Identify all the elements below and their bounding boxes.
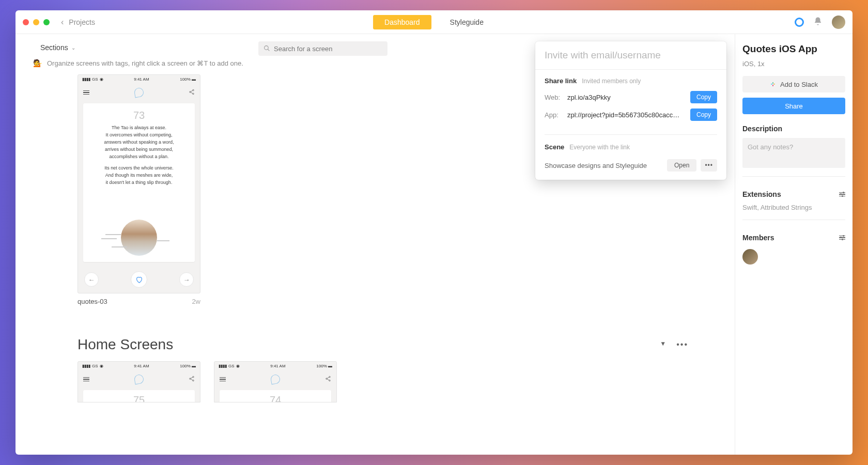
slack-icon (770, 81, 776, 87)
sections-dropdown-label: Sections (40, 43, 68, 52)
notifications-icon[interactable] (813, 17, 823, 28)
svg-point-2 (193, 89, 194, 91)
svg-point-7 (193, 376, 194, 378)
scene-label: Scene (545, 143, 564, 151)
close-window-button[interactable] (23, 19, 29, 25)
app-link-url: zpl://project?pid=5b567305c80cacc… (567, 111, 686, 119)
hamburger-icon (83, 377, 89, 382)
screen-card[interactable]: ▮▮▮▮GS ◉ 9:41 AM 100% ▬ 74 (214, 361, 337, 402)
member-avatar[interactable] (742, 249, 758, 265)
statusbar-battery: 100% (180, 364, 190, 368)
titlebar: ‹ Projects Dashboard Styleguide (16, 10, 853, 34)
svg-line-15 (327, 377, 329, 379)
divider (545, 134, 717, 135)
search-icon (264, 45, 270, 53)
app-link-label: App: (545, 111, 563, 119)
minimize-window-button[interactable] (33, 19, 39, 25)
window-controls (23, 19, 50, 25)
svg-rect-20 (772, 85, 773, 86)
chevron-down-icon: ⌄ (71, 45, 75, 51)
app-logo-icon (270, 374, 281, 385)
tab-styleguide[interactable]: Styleguide (439, 15, 495, 29)
svg-point-12 (329, 376, 331, 378)
signal-icon: ▮▮▮▮ (219, 364, 227, 368)
svg-line-11 (191, 379, 193, 381)
device-statusbar: ▮▮▮▮GS ◉ 9:41 AM 100% ▬ (78, 75, 200, 84)
wifi-icon: ◉ (236, 364, 240, 368)
battery-icon: ▬ (192, 77, 196, 82)
share-popover: Share link Invited members only Web: zpl… (535, 41, 726, 180)
maximize-window-button[interactable] (43, 19, 50, 25)
share-mini-icon (189, 88, 195, 97)
share-mini-icon (325, 375, 331, 384)
description-section-label: Description (742, 125, 845, 133)
quote-paragraph-2: Its net covers the whole universe. And t… (104, 165, 174, 187)
statusbar-time: 9:41 AM (270, 364, 285, 368)
search-input[interactable] (258, 41, 388, 56)
next-arrow-icon: → (179, 272, 194, 287)
signal-icon: ▮▮▮▮ (82, 364, 90, 368)
share-button-label: Share (785, 102, 803, 110)
svg-point-0 (265, 46, 269, 50)
statusbar-time: 9:41 AM (134, 77, 149, 82)
sections-dropdown[interactable]: Sections ⌄ (40, 43, 75, 52)
sidebar: Quotes iOS App iOS, 1x Add to Slack Shar… (735, 34, 853, 455)
share-mini-icon (189, 375, 195, 384)
statusbar-time: 9:41 AM (134, 364, 149, 368)
signal-icon: ▮▮▮▮ (82, 77, 90, 82)
copy-web-link-button[interactable]: Copy (690, 91, 717, 103)
prev-arrow-icon: ← (84, 272, 99, 287)
app-logo-icon (134, 374, 145, 385)
svg-point-3 (190, 91, 191, 93)
share-link-label: Share link (545, 77, 577, 85)
scene-description: Showcase designs and Styleguide (545, 162, 663, 169)
quote-number: 75 (133, 394, 145, 402)
open-scene-button[interactable]: Open (667, 159, 696, 172)
svg-point-9 (193, 380, 194, 381)
statusbar-battery: 100% (180, 77, 190, 82)
breadcrumb[interactable]: Projects (69, 18, 95, 26)
user-avatar[interactable] (832, 16, 845, 29)
sliders-icon[interactable] (839, 236, 845, 240)
screen-card[interactable]: ▮▮▮▮GS ◉ 9:41 AM 100% ▬ 73 (78, 74, 200, 305)
status-ring-icon[interactable] (795, 18, 804, 27)
tip-text: Organize screens with tags, right click … (47, 59, 243, 67)
invite-input[interactable] (535, 41, 726, 70)
hamburger-icon (220, 377, 226, 382)
screen-thumbnail: ▮▮▮▮GS ◉ 9:41 AM 100% ▬ 73 (78, 74, 200, 293)
wifi-icon: ◉ (100, 364, 103, 368)
quote-image (121, 220, 157, 256)
tab-dashboard[interactable]: Dashboard (373, 15, 431, 29)
add-to-slack-label: Add to Slack (780, 81, 818, 88)
sliders-icon[interactable] (839, 192, 845, 197)
wifi-icon: ◉ (100, 77, 103, 82)
statusbar-battery: 100% (316, 364, 327, 368)
extensions-list: Swift, Attributed Strings (742, 204, 845, 211)
scene-more-button[interactable]: ••• (701, 159, 717, 172)
back-chevron-icon[interactable]: ‹ (61, 18, 64, 27)
svg-line-16 (327, 379, 329, 381)
app-logo-icon (134, 87, 145, 98)
scene-sub: Everyone with the link (569, 144, 630, 151)
svg-point-13 (326, 378, 328, 380)
section-title: Home Screens (78, 336, 660, 353)
section-more-icon[interactable]: ••• (676, 340, 688, 349)
nav-tabs: Dashboard Styleguide (373, 15, 495, 29)
svg-line-5 (191, 90, 193, 92)
svg-rect-18 (773, 84, 775, 85)
collapse-section-icon[interactable]: ▼ (660, 340, 666, 349)
svg-point-4 (193, 93, 194, 95)
description-input[interactable]: Got any notes? (742, 138, 845, 168)
tip-emoji-icon: 💁 (33, 59, 42, 67)
copy-app-link-button[interactable]: Copy (690, 109, 717, 121)
quote-paragraph-1: The Tao is always at ease. It overcomes … (104, 125, 174, 161)
quote-number: 73 (133, 110, 145, 121)
share-link-sub: Invited members only (582, 78, 641, 85)
members-section-label: Members (742, 234, 845, 242)
screen-card[interactable]: ▮▮▮▮GS ◉ 9:41 AM 100% ▬ 75 (78, 361, 200, 402)
battery-icon: ▬ (328, 364, 332, 368)
add-to-slack-button[interactable]: Add to Slack (742, 76, 845, 92)
share-button[interactable]: Share (742, 98, 845, 114)
heart-icon (131, 271, 147, 288)
project-subtitle: iOS, 1x (742, 60, 845, 68)
